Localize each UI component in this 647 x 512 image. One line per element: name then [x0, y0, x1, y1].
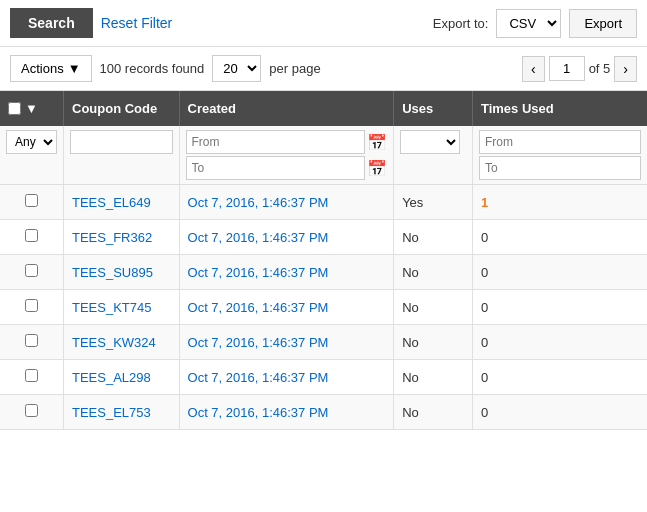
row-checkbox-cell [0, 325, 64, 360]
row-created-cell: Oct 7, 2016, 1:46:37 PM [179, 395, 394, 430]
filter-times-wrapper [479, 130, 641, 180]
search-button[interactable]: Search [10, 8, 93, 38]
row-times-value: 0 [481, 230, 488, 245]
coupon-link[interactable]: TEES_AL298 [72, 370, 151, 385]
filter-created-from-input[interactable] [186, 130, 366, 154]
next-page-button[interactable]: › [614, 56, 637, 82]
records-found-label: 100 records found [100, 61, 205, 76]
coupon-link[interactable]: TEES_KT745 [72, 300, 152, 315]
row-times-value: 0 [481, 300, 488, 315]
per-page-select[interactable]: 20 [212, 55, 261, 82]
table-row: TEES_AL298Oct 7, 2016, 1:46:37 PMNo0 [0, 360, 647, 395]
row-times-cell: 0 [472, 255, 647, 290]
export-to-label: Export to: [433, 16, 489, 31]
row-uses-cell: No [394, 395, 473, 430]
row-checkbox[interactable] [25, 334, 38, 347]
row-created-value: Oct 7, 2016, 1:46:37 PM [188, 230, 329, 245]
filter-times-from-input[interactable] [479, 130, 641, 154]
row-checkbox-cell [0, 185, 64, 220]
calendar-from-icon[interactable]: 📅 [367, 133, 387, 152]
row-times-value: 0 [481, 405, 488, 420]
of-pages-label: of 5 [589, 61, 611, 76]
filter-cell-created: 📅 📅 [179, 126, 394, 185]
row-checkbox-cell [0, 395, 64, 430]
row-created-value: Oct 7, 2016, 1:46:37 PM [188, 195, 329, 210]
row-uses-cell: Yes [394, 185, 473, 220]
th-checkbox: ▼ [0, 91, 64, 126]
row-created-value: Oct 7, 2016, 1:46:37 PM [188, 405, 329, 420]
filter-created-to-input[interactable] [186, 156, 366, 180]
prev-page-button[interactable]: ‹ [522, 56, 545, 82]
row-times-value: 0 [481, 265, 488, 280]
row-checkbox[interactable] [25, 264, 38, 277]
filter-row: Any 📅 📅 [0, 126, 647, 185]
row-uses-cell: No [394, 255, 473, 290]
row-uses-value: No [402, 370, 419, 385]
export-format-select[interactable]: CSV [496, 9, 561, 38]
row-created-value: Oct 7, 2016, 1:46:37 PM [188, 300, 329, 315]
th-uses: Uses [394, 91, 473, 126]
actions-button[interactable]: Actions ▼ [10, 55, 92, 82]
row-checkbox-cell [0, 360, 64, 395]
row-times-cell: 1 [472, 185, 647, 220]
row-coupon-cell: TEES_SU895 [64, 255, 180, 290]
actions-label: Actions [21, 61, 64, 76]
page-number-input[interactable] [549, 56, 585, 81]
data-table: ▼ Coupon Code Created Uses Times Used An… [0, 91, 647, 430]
row-uses-value: No [402, 405, 419, 420]
row-coupon-cell: TEES_EL753 [64, 395, 180, 430]
th-times-used: Times Used [472, 91, 647, 126]
row-created-cell: Oct 7, 2016, 1:46:37 PM [179, 255, 394, 290]
row-coupon-cell: TEES_AL298 [64, 360, 180, 395]
row-uses-value: Yes [402, 195, 423, 210]
row-checkbox[interactable] [25, 404, 38, 417]
row-uses-cell: No [394, 290, 473, 325]
row-times-value: 0 [481, 370, 488, 385]
filter-date-wrapper: 📅 📅 [186, 130, 388, 180]
th-checkbox-chevron[interactable]: ▼ [25, 101, 38, 116]
row-checkbox[interactable] [25, 299, 38, 312]
export-button[interactable]: Export [569, 9, 637, 38]
coupon-link[interactable]: TEES_FR362 [72, 230, 152, 245]
filter-uses-select[interactable]: Yes No [400, 130, 460, 154]
coupon-link[interactable]: TEES_EL753 [72, 405, 151, 420]
row-created-value: Oct 7, 2016, 1:46:37 PM [188, 265, 329, 280]
row-created-cell: Oct 7, 2016, 1:46:37 PM [179, 185, 394, 220]
th-coupon-code: Coupon Code [64, 91, 180, 126]
row-uses-value: No [402, 265, 419, 280]
row-created-value: Oct 7, 2016, 1:46:37 PM [188, 335, 329, 350]
row-uses-cell: No [394, 325, 473, 360]
row-uses-value: No [402, 230, 419, 245]
row-checkbox[interactable] [25, 229, 38, 242]
row-checkbox-cell [0, 220, 64, 255]
filter-any-select[interactable]: Any [6, 130, 57, 154]
table-row: TEES_EL753Oct 7, 2016, 1:46:37 PMNo0 [0, 395, 647, 430]
row-times-cell: 0 [472, 325, 647, 360]
filter-coupon-input[interactable] [70, 130, 173, 154]
filter-date-to-row: 📅 [186, 156, 388, 180]
row-times-cell: 0 [472, 290, 647, 325]
filter-cell-times [472, 126, 647, 185]
toolbar: Search Reset Filter Export to: CSV Expor… [0, 0, 647, 47]
th-created: Created [179, 91, 394, 126]
table-header-row: ▼ Coupon Code Created Uses Times Used [0, 91, 647, 126]
row-times-cell: 0 [472, 220, 647, 255]
row-coupon-cell: TEES_KT745 [64, 290, 180, 325]
row-checkbox-cell [0, 290, 64, 325]
select-all-checkbox[interactable] [8, 102, 21, 115]
row-checkbox[interactable] [25, 369, 38, 382]
reset-filter-link[interactable]: Reset Filter [101, 15, 173, 31]
coupon-link[interactable]: TEES_SU895 [72, 265, 153, 280]
calendar-to-icon[interactable]: 📅 [367, 159, 387, 178]
filter-times-to-input[interactable] [479, 156, 641, 180]
coupon-link[interactable]: TEES_EL649 [72, 195, 151, 210]
coupon-link[interactable]: TEES_KW324 [72, 335, 156, 350]
table-row: TEES_EL649Oct 7, 2016, 1:46:37 PMYes1 [0, 185, 647, 220]
actions-bar: Actions ▼ 100 records found 20 per page … [0, 47, 647, 91]
row-coupon-cell: TEES_KW324 [64, 325, 180, 360]
row-coupon-cell: TEES_EL649 [64, 185, 180, 220]
table-row: TEES_FR362Oct 7, 2016, 1:46:37 PMNo0 [0, 220, 647, 255]
row-checkbox[interactable] [25, 194, 38, 207]
row-uses-cell: No [394, 360, 473, 395]
filter-cell-uses: Yes No [394, 126, 473, 185]
